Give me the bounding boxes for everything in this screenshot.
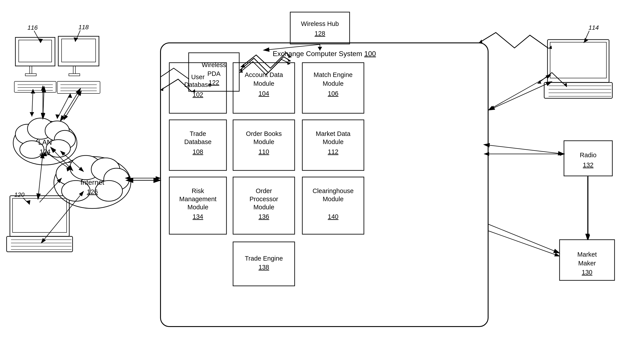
svg-rect-43 <box>290 12 350 44</box>
svg-text:136: 136 <box>258 213 269 220</box>
svg-marker-51 <box>38 38 43 43</box>
svg-text:134: 134 <box>192 213 203 220</box>
svg-marker-158 <box>287 58 291 62</box>
svg-text:Order: Order <box>256 187 272 194</box>
svg-text:132: 132 <box>583 162 594 168</box>
svg-text:Maker: Maker <box>578 260 596 267</box>
svg-text:LAN: LAN <box>38 138 52 146</box>
svg-marker-129 <box>564 83 567 87</box>
svg-text:Risk: Risk <box>192 187 204 194</box>
svg-text:Order Books: Order Books <box>246 130 282 137</box>
svg-text:116: 116 <box>28 24 38 31</box>
svg-marker-139 <box>56 114 60 119</box>
svg-marker-137 <box>31 89 35 94</box>
svg-line-150 <box>489 84 548 110</box>
svg-rect-64 <box>30 66 32 74</box>
svg-text:Market Data: Market Data <box>316 130 351 137</box>
svg-rect-71 <box>62 39 96 62</box>
svg-rect-74 <box>57 81 100 94</box>
svg-line-50 <box>34 31 41 43</box>
svg-rect-70 <box>58 36 99 66</box>
svg-rect-73 <box>69 74 80 76</box>
svg-line-153 <box>488 224 559 253</box>
svg-text:Internet: Internet <box>80 178 104 186</box>
svg-text:Module: Module <box>253 204 274 211</box>
svg-text:112: 112 <box>328 148 338 155</box>
svg-text:Exchange Computer System 100: Exchange Computer System 100 <box>273 50 376 58</box>
svg-text:Wireless Hub: Wireless Hub <box>301 20 339 27</box>
svg-text:Trade Engine: Trade Engine <box>245 255 283 262</box>
svg-rect-104 <box>550 42 606 78</box>
svg-text:Match Engine: Match Engine <box>314 71 352 78</box>
svg-text:Module: Module <box>322 196 344 202</box>
svg-rect-79 <box>12 198 66 232</box>
svg-text:114: 114 <box>588 24 599 31</box>
svg-rect-63 <box>19 40 52 62</box>
svg-rect-10 <box>302 63 364 113</box>
svg-text:Trade: Trade <box>190 130 206 137</box>
svg-text:140: 140 <box>328 213 338 220</box>
svg-text:118: 118 <box>78 24 89 30</box>
svg-text:Clearinghouse: Clearinghouse <box>312 187 354 194</box>
svg-rect-78 <box>10 196 69 236</box>
svg-text:130: 130 <box>582 269 592 276</box>
svg-rect-105 <box>544 82 612 98</box>
svg-text:Database: Database <box>184 138 212 145</box>
svg-text:104: 104 <box>258 90 269 97</box>
svg-text:User: User <box>191 74 205 80</box>
svg-rect-72 <box>73 66 76 74</box>
svg-text:Wireless: Wireless <box>202 61 226 68</box>
svg-rect-65 <box>25 74 36 76</box>
svg-marker-57 <box>26 200 30 204</box>
svg-text:138: 138 <box>258 264 269 271</box>
svg-text:Module: Module <box>187 204 208 211</box>
svg-marker-162 <box>479 40 482 43</box>
main-diagram-svg: Exchange Computer System 100 User Databa… <box>0 0 644 358</box>
diagram-container: Exchange Computer System 100 User Databa… <box>0 0 644 358</box>
svg-marker-136 <box>30 112 34 116</box>
svg-text:106: 106 <box>328 90 338 97</box>
svg-line-132 <box>488 231 560 256</box>
svg-text:Module: Module <box>253 80 274 87</box>
svg-text:Management: Management <box>179 196 216 202</box>
svg-text:120: 120 <box>14 191 25 198</box>
svg-text:Module: Module <box>322 80 344 87</box>
svg-line-154 <box>38 153 43 194</box>
svg-line-149 <box>264 44 320 50</box>
svg-rect-36 <box>302 177 364 234</box>
svg-marker-161 <box>192 89 195 92</box>
svg-text:PDA: PDA <box>207 70 220 77</box>
svg-text:122: 122 <box>209 79 219 86</box>
svg-rect-66 <box>14 81 56 92</box>
svg-rect-103 <box>548 40 609 82</box>
svg-marker-140 <box>68 94 72 98</box>
svg-marker-54 <box>74 38 78 42</box>
svg-line-151 <box>488 145 564 154</box>
svg-text:108: 108 <box>192 148 203 155</box>
svg-text:110: 110 <box>258 148 269 155</box>
svg-text:Module: Module <box>322 138 344 145</box>
svg-text:Module: Module <box>253 138 274 145</box>
svg-text:Processor: Processor <box>250 196 278 202</box>
svg-line-128 <box>488 77 547 110</box>
svg-text:126: 126 <box>87 188 98 195</box>
svg-text:Market: Market <box>578 251 597 258</box>
svg-line-118 <box>64 94 79 120</box>
svg-text:128: 128 <box>315 30 325 37</box>
svg-text:Radio: Radio <box>580 152 596 158</box>
svg-rect-62 <box>16 38 55 66</box>
svg-line-119 <box>40 178 62 202</box>
